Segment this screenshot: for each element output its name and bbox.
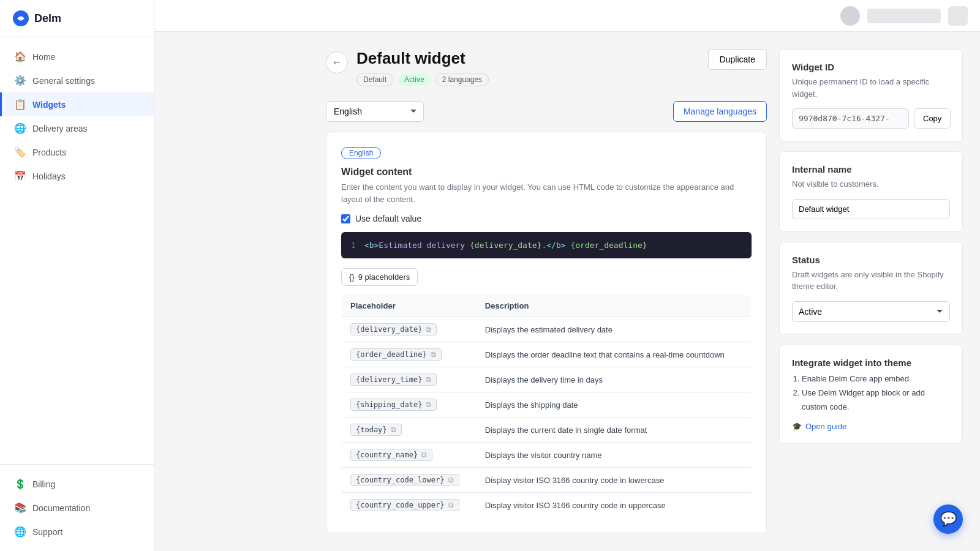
placeholder-badge: {country_code_lower} ⧉ [350,474,459,486]
language-select[interactable]: English [326,101,424,122]
code-line: 1 <b>Estimated delivery {delivery_date}.… [351,241,742,250]
topbar [154,0,980,32]
description-cell: Displays the estimated delivery date [477,317,752,342]
badge-default: Default [356,73,393,86]
col-description: Description [477,295,752,317]
placeholder-cell: {today} ⧉ [342,418,477,443]
placeholder-copy-icon[interactable]: ⧉ [421,451,427,459]
table-row: {shipping_date} ⧉ Displays the shipping … [342,392,752,418]
billing-icon: 💲 [14,478,26,490]
back-button[interactable]: ← [326,51,348,73]
table-row: {country_name} ⧉ Displays the visitor co… [342,443,752,468]
placeholder-toggle[interactable]: {} 9 placeholders [341,268,418,286]
open-guide-link[interactable]: 🎓 Open guide [792,422,950,431]
copy-id-button[interactable]: Copy [914,108,951,129]
placeholder-cell: {shipping_date} ⧉ [342,392,477,418]
sidebar-item-documentation[interactable]: 📚 Documentation [0,496,154,520]
sidebar-item-label: Delivery areas [32,124,87,133]
support-icon: 🌐 [14,526,26,538]
sidebar-item-home[interactable]: 🏠 Home [0,45,154,69]
sidebar-item-support[interactable]: 🌐 Support [0,520,154,544]
sidebar-nav: 🏠 Home ⚙️ General settings 📋 Widgets 🌐 D… [0,37,154,464]
placeholder-copy-icon[interactable]: ⧉ [426,325,431,334]
sidebar-logo: Delm [0,0,154,37]
code-line-number: 1 [351,241,356,250]
placeholder-copy-icon[interactable]: ⧉ [448,501,454,509]
chat-icon: 💬 [940,511,957,527]
title-badges: Default widget Default Active 2 language… [356,49,489,86]
logo-text: Delm [34,12,61,25]
sidebar-item-label: Support [32,527,62,537]
sidebar-item-general-settings[interactable]: ⚙️ General settings [0,69,154,92]
col-placeholder: Placeholder [342,295,477,317]
main-content: ← Default widget Default Active 2 langua… [309,32,980,551]
sidebar-item-products[interactable]: 🏷️ Products [0,140,154,164]
settings-icon: ⚙️ [14,75,26,86]
code-var-date: {delivery_date} [470,241,541,250]
sidebar-item-label: Billing [32,479,55,489]
table-row: {delivery_date} ⧉ Displays the estimated… [342,317,752,342]
badge-active: Active [398,73,431,86]
status-title: Status [792,255,950,265]
badge-row: Default Active 2 languages [356,73,489,86]
sidebar-item-widgets[interactable]: 📋 Widgets [0,92,154,116]
placeholder-copy-icon[interactable]: ⧉ [426,375,431,384]
placeholder-toggle-label: 9 placeholders [358,272,410,282]
placeholder-badge: {shipping_date} ⧉ [350,399,437,411]
placeholder-cell: {delivery_date} ⧉ [342,317,477,342]
placeholder-copy-icon[interactable]: ⧉ [431,350,436,359]
placeholder-cell: {country_code_upper} ⧉ [342,493,477,518]
status-desc: Draft widgets are only visible in the Sh… [792,269,950,293]
widget-content-card: English Widget content Enter the content… [326,132,767,533]
integrate-card: Integrate widget into theme Enable Delm … [779,345,963,444]
sidebar-item-billing[interactable]: 💲 Billing [0,472,154,496]
internal-name-desc: Not visible to customers. [792,178,950,190]
placeholder-copy-icon[interactable]: ⧉ [448,476,454,484]
placeholders-table: Placeholder Description {delivery_date} … [341,294,752,518]
widget-content-desc: Enter the content you want to display in… [341,181,752,205]
language-row: English Manage languages [326,101,767,122]
page-title: Default widget [356,49,489,68]
placeholder-badge: {country_name} ⧉ [350,449,432,461]
sidebar-item-label: Widgets [32,100,66,110]
code-tag-open: <b> [364,241,379,250]
placeholder-cell: {country_code_lower} ⧉ [342,468,477,493]
placeholder-badge: {delivery_date} ⧉ [350,323,437,335]
integrate-step-2: Use Delm Widget app block or add custom … [802,386,950,414]
code-content: <b>Estimated delivery {delivery_date}.</… [364,241,647,250]
description-cell: Displays the visitor country name [477,443,752,468]
chat-fab-button[interactable]: 💬 [933,504,963,534]
widget-id-desc: Unique permanent ID to load a specific w… [792,76,950,100]
widget-id-title: Widget ID [792,62,950,72]
widget-id-input[interactable] [792,108,909,129]
manage-languages-button[interactable]: Manage languages [673,101,767,122]
status-select[interactable]: Active Draft [792,301,950,322]
table-row: {country_code_upper} ⧉ Display visitor I… [342,493,752,518]
widget-id-card: Widget ID Unique permanent ID to load a … [779,49,963,141]
placeholder-badge: {delivery_time} ⧉ [350,373,437,386]
topbar-action-icon[interactable] [948,6,968,26]
placeholder-cell: {delivery_time} ⧉ [342,367,477,392]
widget-content-title: Widget content [341,167,752,178]
placeholder-cell: {order_deadline} ⧉ [342,342,477,367]
sidebar-item-holidays[interactable]: 📅 Holidays [0,164,154,188]
page-header-left: ← Default widget Default Active 2 langua… [326,49,489,86]
description-cell: Displays the delivery time in days [477,367,752,392]
open-guide-label: Open guide [805,422,846,431]
sidebar-item-delivery-areas[interactable]: 🌐 Delivery areas [0,116,154,140]
delivery-icon: 🌐 [14,122,26,134]
page-header: ← Default widget Default Active 2 langua… [326,49,767,86]
placeholder-copy-icon[interactable]: ⧉ [426,400,431,409]
header-row: Placeholder Description [342,295,752,317]
code-editor[interactable]: 1 <b>Estimated delivery {delivery_date}.… [341,232,752,258]
internal-name-title: Internal name [792,164,950,174]
use-default-checkbox[interactable] [341,214,350,223]
guide-icon: 🎓 [792,422,802,431]
internal-name-card: Internal name Not visible to customers. [779,151,963,232]
internal-name-input[interactable] [792,199,950,219]
placeholder-copy-icon[interactable]: ⧉ [391,425,396,434]
placeholder-badge: {order_deadline} ⧉ [350,348,442,361]
duplicate-button[interactable]: Duplicate [708,49,767,70]
sidebar-bottom: 💲 Billing 📚 Documentation 🌐 Support [0,464,154,551]
table-body: {delivery_date} ⧉ Displays the estimated… [342,317,752,518]
